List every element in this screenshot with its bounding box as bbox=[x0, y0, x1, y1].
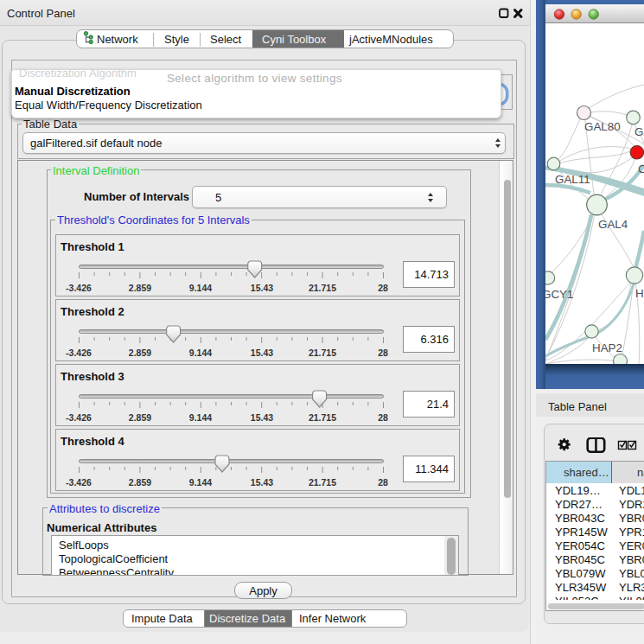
svg-text:CA: CA bbox=[638, 163, 644, 175]
svg-text:HAP2: HAP2 bbox=[592, 341, 622, 354]
svg-text:GA: GA bbox=[634, 125, 644, 138]
svg-text:GCY1: GCY1 bbox=[545, 288, 573, 301]
svg-text:GAL80: GAL80 bbox=[584, 120, 621, 133]
svg-text:GAL11: GAL11 bbox=[555, 173, 590, 186]
svg-text:H: H bbox=[635, 287, 644, 300]
svg-text:GAL4: GAL4 bbox=[598, 218, 628, 231]
